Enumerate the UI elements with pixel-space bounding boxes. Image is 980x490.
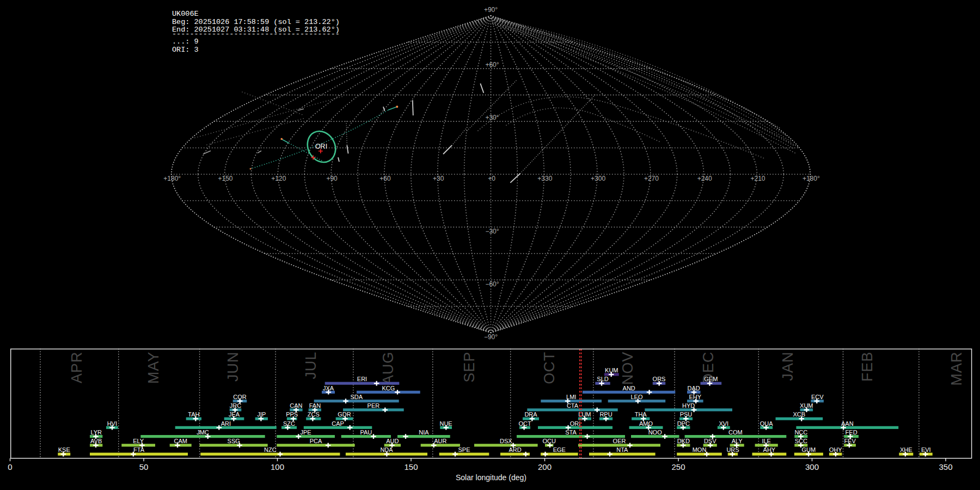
svg-text:JUL: JUL [303, 352, 319, 379]
svg-text:−60°: −60° [485, 280, 499, 288]
svg-text:XCB: XCB [793, 411, 805, 418]
svg-text:PER: PER [367, 402, 380, 409]
svg-text:ORI: ORI [315, 143, 327, 150]
svg-text:Solar longitude (deg): Solar longitude (deg) [456, 473, 526, 482]
svg-text:FTA: FTA [133, 446, 145, 453]
svg-text:JIP: JIP [257, 411, 266, 418]
svg-text:AUR: AUR [434, 438, 446, 444]
svg-text:FAN: FAN [309, 402, 321, 409]
svg-text:UK006E: UK006E [172, 10, 199, 18]
svg-text:ECV: ECV [811, 394, 824, 400]
svg-text:AND: AND [623, 385, 635, 391]
svg-text:AHY: AHY [763, 446, 776, 453]
svg-text:SSG: SSG [228, 438, 240, 444]
svg-text:+60: +60 [379, 175, 391, 182]
svg-text:PCA: PCA [310, 438, 322, 444]
svg-text:GUM: GUM [801, 446, 816, 453]
svg-text:RPU: RPU [599, 411, 612, 418]
svg-text:LUM: LUM [578, 411, 591, 418]
svg-text:SZC: SZC [283, 420, 295, 427]
svg-text:FEB: FEB [859, 352, 875, 382]
svg-text:300: 300 [805, 462, 819, 471]
svg-text:DSX: DSX [500, 438, 512, 444]
svg-text:NUE: NUE [439, 420, 452, 427]
svg-text:+240: +240 [697, 175, 712, 182]
svg-text:0: 0 [8, 462, 12, 471]
svg-text:KCG: KCG [382, 385, 395, 391]
svg-text:+30: +30 [433, 175, 444, 182]
svg-text:AVB: AVB [90, 438, 102, 444]
svg-text:ERI: ERI [357, 376, 367, 382]
svg-text:PSU: PSU [680, 411, 693, 418]
svg-text:JRC: JRC [230, 402, 241, 409]
svg-text:SPE: SPE [458, 446, 470, 453]
svg-text:JEA: JEA [229, 411, 240, 418]
svg-text:SDA: SDA [350, 394, 363, 400]
svg-text:+0: +0 [488, 175, 495, 182]
svg-text:EVI: EVI [921, 446, 931, 453]
svg-text:ARI: ARI [221, 420, 231, 427]
svg-text:−90°: −90° [484, 333, 498, 341]
svg-text:AMO: AMO [639, 420, 653, 427]
svg-text:FED: FED [846, 429, 857, 436]
svg-text:+210: +210 [750, 175, 765, 182]
svg-text:COM: COM [728, 429, 743, 436]
svg-text:DKD: DKD [677, 438, 690, 444]
svg-text:FEV: FEV [844, 438, 856, 444]
svg-text:+180°: +180° [803, 175, 820, 182]
svg-text:KSE: KSE [58, 446, 70, 453]
svg-text:150: 150 [404, 462, 418, 471]
svg-text:PAU: PAU [360, 429, 372, 436]
svg-text:ZCS: ZCS [308, 411, 320, 418]
svg-text:+120: +120 [271, 175, 286, 182]
svg-text:NTA: NTA [616, 446, 628, 453]
svg-text:DRA: DRA [524, 411, 537, 418]
svg-text:LMI: LMI [566, 394, 576, 400]
svg-text:GDR: GDR [338, 411, 351, 418]
svg-text:NCC: NCC [794, 429, 807, 436]
svg-text:CTA: CTA [567, 402, 579, 409]
svg-text:JAN: JAN [780, 352, 796, 381]
svg-text:DPC: DPC [677, 420, 690, 427]
svg-text:PPS: PPS [286, 411, 298, 418]
svg-text:+30°: +30° [485, 114, 499, 121]
svg-text:ILE: ILE [762, 438, 771, 444]
svg-text:+270: +270 [644, 175, 659, 182]
svg-text:THA: THA [635, 411, 647, 418]
svg-text:Beg: 20251026 17:58:59 (sol =: Beg: 20251026 17:58:59 (sol = 213.22°) [172, 18, 340, 26]
svg-text:HVI: HVI [107, 420, 117, 427]
svg-text:ELY: ELY [133, 438, 144, 444]
svg-text:...: 9: ...: 9 [172, 38, 199, 46]
svg-text:URS: URS [726, 446, 739, 453]
svg-text:SLD: SLD [597, 376, 608, 382]
svg-text:OCT: OCT [518, 420, 531, 427]
svg-text:350: 350 [939, 462, 952, 471]
svg-text:NDA: NDA [380, 446, 393, 453]
svg-text:AUD: AUD [386, 438, 399, 444]
svg-text:200: 200 [538, 462, 552, 471]
svg-text:HYD: HYD [682, 402, 695, 409]
svg-text:JMC: JMC [197, 429, 209, 436]
svg-text:COR: COR [233, 394, 247, 400]
svg-text:OCU: OCU [542, 438, 556, 444]
svg-text:GEM: GEM [704, 376, 718, 382]
svg-text:OCT: OCT [541, 352, 558, 384]
svg-text:+90°: +90° [484, 6, 498, 14]
svg-text:XHE: XHE [900, 446, 912, 453]
svg-text:JXA: JXA [323, 385, 334, 391]
svg-text:ORS: ORS [653, 376, 666, 382]
svg-text:OER: OER [613, 438, 626, 444]
svg-text:CAM: CAM [174, 438, 187, 444]
svg-text:AUG: AUG [380, 352, 396, 385]
svg-text:+300: +300 [591, 175, 605, 182]
svg-text:LEO: LEO [630, 394, 642, 400]
svg-text:+330: +330 [537, 175, 552, 182]
svg-text:ALY: ALY [732, 438, 743, 444]
svg-text:LYR: LYR [90, 429, 102, 436]
svg-text:SCC: SCC [795, 438, 807, 444]
svg-text:+90: +90 [326, 175, 338, 182]
svg-text:KUM: KUM [605, 367, 618, 373]
svg-text:NOV: NOV [620, 352, 636, 385]
svg-text:DAD: DAD [688, 385, 700, 391]
svg-text:ORI: ORI [570, 420, 581, 427]
